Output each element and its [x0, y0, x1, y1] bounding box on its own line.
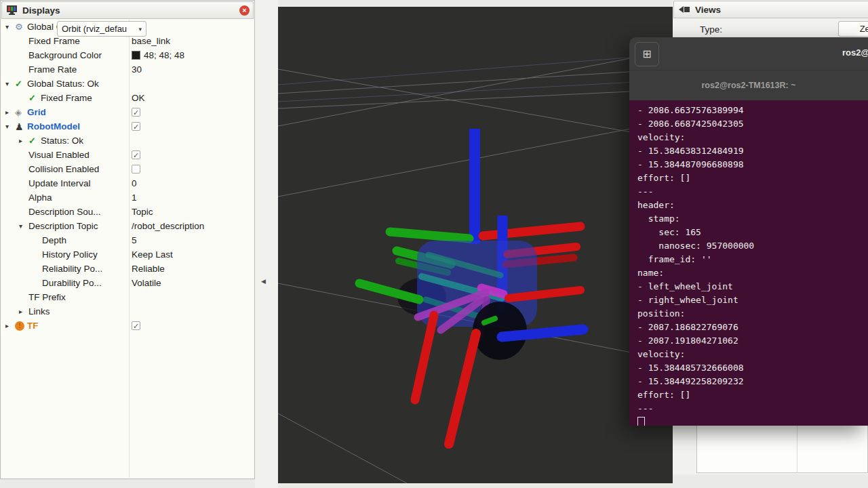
views-panel-header[interactable]: Views	[673, 1, 868, 18]
tree-row-value-cell: ✓	[132, 319, 140, 333]
terminal-line: - 15.384487096680898	[637, 158, 868, 171]
property-value[interactable]: Keep Last	[132, 249, 173, 260]
terminal-line: stamp:	[637, 212, 868, 226]
tree-row[interactable]: Reliability Po...Reliable	[1, 262, 254, 276]
expander-icon[interactable]: ▾	[5, 80, 15, 87]
terminal-line: - 15.384638312484919	[637, 144, 868, 158]
new-tab-button[interactable]: ⊞	[635, 42, 659, 66]
tree-row[interactable]: ▸✓Status: Ok	[1, 134, 254, 148]
tree-row-left: History Policy	[1, 249, 129, 260]
tree-row[interactable]: ✓Fixed FrameOK	[1, 91, 254, 105]
close-icon[interactable]: ×	[239, 5, 250, 16]
tree-row[interactable]: Alpha1	[1, 190, 254, 205]
expander-icon[interactable]: ▾	[19, 222, 28, 230]
tree-row-left: Depth	[1, 235, 129, 245]
property-value[interactable]: 1	[132, 192, 137, 203]
tree-row[interactable]: ▾♟RobotModel✓	[1, 119, 254, 134]
property-value[interactable]: OK	[132, 93, 145, 103]
property-label: Fixed Frame	[41, 93, 92, 103]
terminal-line: frame_id: ''	[637, 253, 868, 266]
tree-row-value-cell: ✓	[132, 119, 140, 134]
tree-row[interactable]: Description Sou...Topic	[1, 205, 254, 219]
tree-row-value-cell: OK	[132, 91, 145, 105]
check-icon: ✓	[28, 136, 41, 146]
property-label: TF	[27, 321, 39, 331]
tree-row[interactable]: Depth5	[1, 233, 254, 247]
property-value[interactable]: /robot_description	[132, 221, 204, 231]
tree-row[interactable]: Durability Po...Volatile	[1, 276, 254, 290]
property-value[interactable]: 5	[132, 235, 137, 245]
property-label: History Policy	[42, 249, 98, 260]
property-value[interactable]: 48; 48; 48	[144, 50, 184, 60]
tree-row[interactable]: ▸Links	[1, 304, 254, 319]
collapse-handle-icon[interactable]: ◀	[261, 278, 266, 285]
expander-icon[interactable]: ▸	[19, 308, 28, 315]
property-label: Durability Po...	[42, 278, 102, 288]
tree-row[interactable]: Update Interval0	[1, 176, 254, 190]
checkbox[interactable]: ✓	[132, 150, 140, 159]
tree-row[interactable]: Collision Enabled	[1, 162, 254, 176]
property-label: Reliability Po...	[42, 264, 102, 274]
tree-row[interactable]: History PolicyKeep Last	[1, 247, 254, 262]
tree-row-left: ▾✓Global Status: Ok	[1, 79, 129, 89]
tree-row-left: Background Color	[1, 50, 129, 60]
tree-row-left: ▸!TF	[1, 321, 129, 331]
tree-row[interactable]: ▸!TF✓	[1, 319, 254, 333]
property-value[interactable]: 0	[132, 178, 137, 188]
tree-row-left: ▾Description Topic	[1, 221, 129, 231]
tree-row-value-cell: 0	[132, 176, 137, 190]
property-value[interactable]: Volatile	[132, 278, 161, 288]
tree-row[interactable]: Background Color48; 48; 48	[1, 48, 254, 62]
tree-row[interactable]: ▸◈Grid✓	[1, 105, 254, 119]
view-type-select[interactable]: Orbit (rviz_defau ▾	[57, 21, 146, 37]
expander-icon[interactable]: ▸	[5, 322, 15, 329]
terminal-tab-title[interactable]: ros2@ros2-TM1613R: ~	[702, 81, 796, 90]
displays-panel-header[interactable]: Displays ×	[1, 1, 254, 19]
property-value[interactable]: base_link	[132, 36, 170, 46]
terminal-tab-bar[interactable]: ros2@ros2-TM1613R: ~	[629, 70, 868, 100]
terminal-line: ---	[637, 185, 868, 199]
check-icon: ✓	[28, 93, 41, 103]
tree-row-left: TF Prefix	[1, 292, 129, 302]
tree-row[interactable]: ▾✓Global Status: Ok	[1, 77, 254, 91]
checkbox[interactable]: ✓	[132, 108, 140, 117]
tree-row-value-cell	[132, 162, 140, 176]
terminal-line: sec: 165	[637, 226, 868, 239]
view-type-label: Type:	[700, 24, 722, 35]
property-value[interactable]: Reliable	[132, 264, 165, 274]
eye-icon: ◈	[15, 107, 27, 117]
tree-row-left: Durability Po...	[1, 278, 129, 288]
property-label: RobotModel	[27, 121, 80, 131]
checkbox[interactable]	[132, 165, 140, 174]
terminal-line: - 2087.191804271062	[637, 334, 868, 348]
terminal-line: effort: []	[637, 171, 868, 185]
expander-icon[interactable]: ▸	[5, 108, 15, 116]
color-swatch	[132, 51, 140, 60]
expander-icon[interactable]: ▸	[19, 137, 28, 144]
terminal-line: name:	[637, 266, 868, 280]
tree-row-left: Frame Rate	[1, 64, 129, 75]
property-label: Frame Rate	[28, 64, 77, 75]
zero-button[interactable]: Zero	[838, 21, 868, 37]
3d-viewport[interactable]	[278, 7, 673, 483]
tree-row[interactable]: TF Prefix	[1, 290, 254, 304]
expander-icon[interactable]: ▾	[5, 23, 15, 30]
tree-row-left: ▸◈Grid	[1, 107, 129, 117]
tf-icon: !	[15, 321, 24, 331]
property-label: Depth	[42, 235, 66, 245]
checkbox[interactable]: ✓	[132, 321, 140, 330]
property-value[interactable]: Topic	[132, 207, 153, 217]
terminal-line: - 2086.6687425042305	[637, 117, 868, 131]
terminal-body[interactable]: - 2086.6637576389994- 2086.6687425042305…	[629, 100, 868, 426]
property-label: Grid	[27, 107, 46, 117]
tree-row-value-cell: ✓	[132, 105, 140, 119]
property-value[interactable]: 30	[132, 64, 142, 75]
tree-row[interactable]: Visual Enabled✓	[1, 148, 254, 162]
terminal-titlebar[interactable]: ⊞ ros2@	[629, 37, 868, 70]
expander-icon[interactable]: ▾	[5, 123, 15, 130]
terminal-line: - 15.384492258209232	[637, 375, 868, 388]
tree-row[interactable]: Frame Rate30	[1, 62, 254, 77]
terminal-line: - 15.384485732666008	[637, 361, 868, 375]
checkbox[interactable]: ✓	[132, 122, 140, 131]
tree-row[interactable]: ▾Description Topic/robot_description	[1, 219, 254, 233]
